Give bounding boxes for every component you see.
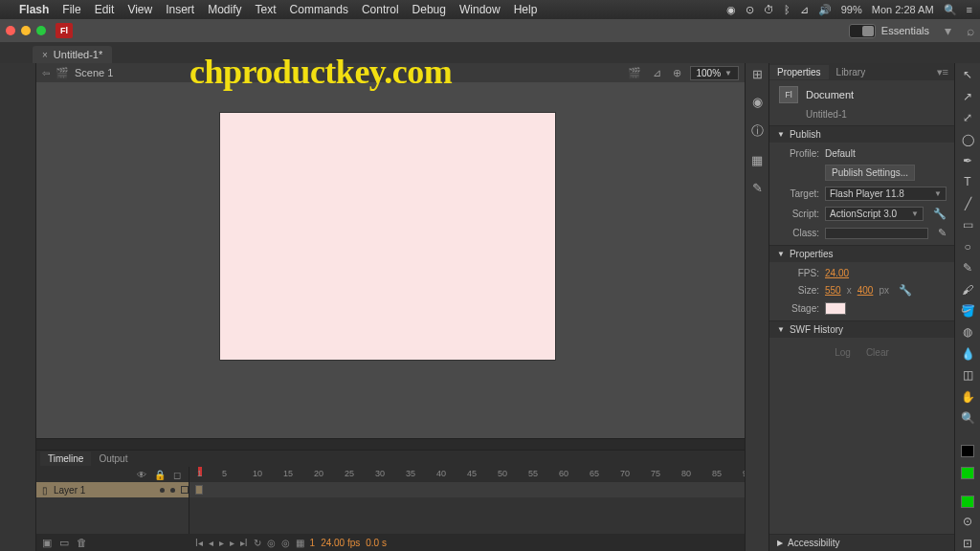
layer-name[interactable]: Layer 1 xyxy=(54,485,85,496)
sync-icon[interactable]: ◉ xyxy=(726,4,736,16)
menu-help[interactable]: Help xyxy=(514,3,538,16)
menu-commands[interactable]: Commands xyxy=(290,3,348,16)
frame-track[interactable] xyxy=(189,482,745,497)
layer-lock-dot[interactable] xyxy=(170,488,175,493)
text-tool-icon[interactable]: T xyxy=(958,174,977,189)
outline-column-icon[interactable]: ◻ xyxy=(173,470,181,480)
document-tab[interactable]: × Untitled-1* xyxy=(33,46,112,63)
hand-tool-icon[interactable]: ✋ xyxy=(958,389,977,405)
volume-icon[interactable]: 🔊 xyxy=(818,4,832,16)
new-folder-icon[interactable]: ▭ xyxy=(59,537,69,549)
battery-icon[interactable]: 99% xyxy=(841,4,862,15)
options-icon[interactable]: ⊡ xyxy=(958,536,977,551)
target-dropdown[interactable]: Flash Player 11.8▼ xyxy=(825,187,947,201)
menu-app[interactable]: Flash xyxy=(19,3,49,16)
edit-symbol-icon[interactable]: ⊿ xyxy=(653,67,661,79)
last-frame-icon[interactable]: ▸I xyxy=(240,538,248,548)
oval-tool-icon[interactable]: ○ xyxy=(958,239,977,254)
align-panel-icon[interactable]: ⊞ xyxy=(752,67,763,81)
close-tab-icon[interactable]: × xyxy=(42,50,48,60)
fill-color-swatch[interactable] xyxy=(961,467,974,479)
brush-tool-icon[interactable]: 🖌 xyxy=(958,281,977,297)
edit-scene-icon[interactable]: 🎬 xyxy=(628,67,641,79)
section-publish[interactable]: ▼Publish xyxy=(769,126,954,143)
lock-column-icon[interactable]: 🔒 xyxy=(154,470,166,480)
prev-frame-icon[interactable]: ◂ xyxy=(209,538,213,548)
publish-settings-button[interactable]: Publish Settings... xyxy=(825,165,915,181)
subselection-tool-icon[interactable]: ↗ xyxy=(958,88,977,103)
stage-canvas[interactable] xyxy=(220,113,555,360)
timemachine-icon[interactable]: ⊙ xyxy=(746,4,754,16)
color-panel-icon[interactable]: ◉ xyxy=(752,95,763,109)
transform-panel-icon[interactable]: ▦ xyxy=(751,153,763,167)
edit-multiple-icon[interactable]: ▦ xyxy=(296,538,304,548)
stroke-color-swatch[interactable] xyxy=(961,445,974,457)
horizontal-scrollbar[interactable] xyxy=(36,438,745,450)
selection-tool-icon[interactable]: ↖ xyxy=(958,67,977,82)
edit-class-icon[interactable]: ✎ xyxy=(938,227,947,239)
pencil-tool-icon[interactable]: ✎ xyxy=(958,260,977,276)
tab-output[interactable]: Output xyxy=(91,452,135,466)
info-panel-icon[interactable]: ⓘ xyxy=(751,122,764,140)
workspace-menu-icon[interactable]: ▾ xyxy=(945,23,951,38)
tab-library[interactable]: Library xyxy=(829,65,874,79)
delete-layer-icon[interactable]: 🗑 xyxy=(77,537,87,548)
script-settings-icon[interactable]: 🔧 xyxy=(933,208,947,220)
timeline-ruler[interactable]: 1 5 10 15 20 25 30 35 40 45 50 55 60 65 xyxy=(189,467,745,482)
zoom-window-button[interactable] xyxy=(36,26,46,35)
eyedropper-tool-icon[interactable]: 💧 xyxy=(958,346,977,362)
minimize-window-button[interactable] xyxy=(21,26,31,35)
zoom-dropdown[interactable]: 100% ▼ xyxy=(690,66,740,80)
next-frame-icon[interactable]: ▸ xyxy=(230,538,234,548)
play-icon[interactable]: ▸ xyxy=(219,538,224,548)
section-accessibility[interactable]: ▶Accessibility xyxy=(769,535,954,551)
clock-icon[interactable]: ⏱ xyxy=(764,4,774,15)
clock-text[interactable]: Mon 2:28 AM xyxy=(872,4,934,15)
stage-color-swatch[interactable] xyxy=(825,302,846,315)
class-input[interactable] xyxy=(825,228,928,239)
swf-clear-button[interactable]: Clear xyxy=(866,347,889,358)
menu-view[interactable]: View xyxy=(127,3,152,16)
height-value[interactable]: 400 xyxy=(858,285,874,296)
close-window-button[interactable] xyxy=(6,26,15,35)
center-stage-icon[interactable]: ⊕ xyxy=(673,67,681,79)
stage-area[interactable] xyxy=(36,82,745,438)
menu-debug[interactable]: Debug xyxy=(412,3,446,16)
menu-control[interactable]: Control xyxy=(362,3,399,16)
pen-tool-icon[interactable]: ✒ xyxy=(958,153,977,168)
bluetooth-icon[interactable]: ᛒ xyxy=(784,4,791,15)
loop-icon[interactable]: ↻ xyxy=(254,538,261,548)
zoom-tool-icon[interactable]: 🔍 xyxy=(958,410,977,426)
rectangle-tool-icon[interactable]: ▭ xyxy=(958,217,977,232)
lasso-tool-icon[interactable]: ◯ xyxy=(958,131,977,146)
free-transform-tool-icon[interactable]: ⤢ xyxy=(958,110,977,125)
document-settings-icon[interactable]: 🔧 xyxy=(899,284,912,297)
line-tool-icon[interactable]: ╱ xyxy=(958,196,977,211)
swatches-panel-icon[interactable]: ✎ xyxy=(752,181,763,195)
fps-value[interactable]: 24.00 xyxy=(825,268,849,278)
layer-outline-swatch[interactable] xyxy=(181,486,189,494)
sync-settings-toggle[interactable] xyxy=(849,24,876,38)
menu-modify[interactable]: Modify xyxy=(208,3,241,16)
notifications-icon[interactable]: ≡ xyxy=(967,4,972,15)
script-dropdown[interactable]: ActionScript 3.0▼ xyxy=(825,207,924,221)
swap-colors-icon[interactable] xyxy=(961,496,974,508)
onion-skin-icon[interactable]: ◎ xyxy=(267,538,276,548)
menu-window[interactable]: Window xyxy=(459,3,501,16)
menu-insert[interactable]: Insert xyxy=(166,3,194,16)
panel-menu-icon[interactable]: ▾≡ xyxy=(937,66,954,78)
ink-bottle-tool-icon[interactable]: ◍ xyxy=(958,324,977,340)
tab-properties[interactable]: Properties xyxy=(769,65,829,79)
layer-row[interactable]: ▯ Layer 1 xyxy=(36,482,189,497)
spotlight-icon[interactable]: 🔍 xyxy=(944,4,957,16)
first-frame-icon[interactable]: I◂ xyxy=(195,538,203,548)
menu-text[interactable]: Text xyxy=(256,3,277,16)
swf-log-button[interactable]: Log xyxy=(835,347,851,358)
onion-outline-icon[interactable]: ◎ xyxy=(281,538,290,548)
paint-bucket-tool-icon[interactable]: 🪣 xyxy=(958,303,977,319)
keyframe-icon[interactable] xyxy=(195,485,203,495)
wifi-icon[interactable]: ⊿ xyxy=(800,4,809,16)
tab-timeline[interactable]: Timeline xyxy=(40,452,91,466)
section-swf-history[interactable]: ▼SWF History xyxy=(769,321,954,338)
visibility-column-icon[interactable]: 👁 xyxy=(137,470,146,480)
